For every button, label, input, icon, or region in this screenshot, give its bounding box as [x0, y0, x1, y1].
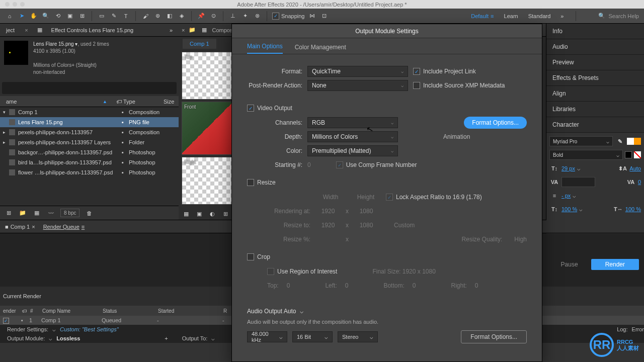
workspace-learn[interactable]: Learn — [504, 13, 518, 19]
workspace-standard[interactable]: Standard — [528, 13, 551, 19]
info-panel-header[interactable]: Info — [546, 24, 644, 39]
project-row[interactable]: ▸pexels-philippe-donn-1133957▪Compositio… — [0, 127, 179, 137]
project-row[interactable]: Lens Flare 15.png▪PNG file — [0, 117, 179, 127]
render-queue-tab[interactable]: Render Queue ≡ — [43, 224, 85, 230]
workspace-overflow-icon[interactable]: » — [560, 13, 564, 19]
post-render-dropdown[interactable]: None⌵ — [307, 80, 408, 91]
new-folder-icon[interactable]: 📁 — [18, 209, 27, 218]
resize-checkbox[interactable]: Resize — [247, 179, 276, 186]
project-row[interactable]: ▸pexels-philippe-donn-1133957 Layers▪Fol… — [0, 137, 179, 147]
font-family-dropdown[interactable]: Myriad Pro⌵ — [549, 136, 613, 146]
snap-edge-icon[interactable]: ⋈ — [308, 12, 317, 21]
audio-mode-dropdown-icon[interactable]: ⌵ — [300, 308, 303, 315]
font-size-value[interactable]: 29 px — [561, 165, 575, 171]
bpc-selector[interactable]: 8 bpc — [60, 209, 79, 217]
comp-icon: ▦ — [200, 26, 209, 35]
rect-tool-icon[interactable]: ▭ — [97, 12, 106, 21]
hscale-value[interactable]: 100 % — [625, 206, 641, 212]
world-axis-icon[interactable]: ✦ — [240, 12, 250, 21]
tracking-value[interactable]: 0 — [638, 179, 641, 185]
depth-dropdown[interactable]: Millions of Colors⌵ — [307, 131, 398, 142]
close-comp-icon[interactable]: × — [182, 27, 185, 33]
audio-panel-header[interactable]: Audio — [546, 39, 644, 55]
res-icon[interactable]: ▣ — [195, 209, 204, 218]
roto-tool-icon[interactable]: ◈ — [177, 12, 186, 21]
view-front[interactable]: Front — [182, 102, 232, 154]
vscale-value[interactable]: 100 % — [561, 206, 577, 212]
project-row[interactable]: ▾Comp 1▪Composition — [0, 107, 179, 117]
output-module-link[interactable]: Lossless — [56, 335, 80, 341]
mask-icon[interactable]: ◐ — [208, 209, 217, 218]
video-format-options-button[interactable]: Format Options... — [464, 117, 527, 129]
clip-name[interactable]: Lens Flare 15.png ▾ — [33, 41, 77, 47]
hscale-icon: T↔ — [613, 204, 623, 214]
audio-format-options-button[interactable]: Format Options... — [461, 330, 527, 343]
orbit-tool-icon[interactable]: ⟲ — [53, 12, 62, 21]
hand-tool-icon[interactable]: ✋ — [29, 12, 38, 21]
main-options-tab[interactable]: Main Options — [247, 43, 283, 54]
project-row[interactable]: flower …ls-philippe-donn-1133957.psd▪Pho… — [0, 167, 179, 177]
snapping-checkbox[interactable]: Snapping — [272, 13, 305, 20]
traffic-lights[interactable] — [5, 2, 25, 7]
project-row[interactable]: bird la…ls-philippe-donn-1133957.psd▪Pho… — [0, 157, 179, 167]
render-settings-link[interactable]: Custom: "Best Settings" — [60, 326, 119, 332]
effect-controls-tab[interactable]: Effect Controls Lens Flare 15.png — [48, 25, 137, 35]
view-axis-icon[interactable]: ⊗ — [253, 12, 262, 21]
workspace-default[interactable]: Default ≡ — [471, 13, 494, 19]
comp-name-tab[interactable]: Comp 1 — [183, 39, 216, 49]
bit-depth-dropdown[interactable]: 16 Bit⌵ — [292, 331, 333, 342]
eraser-tool-icon[interactable]: ◧ — [165, 12, 174, 21]
pen-tool-icon[interactable]: ✎ — [109, 12, 118, 21]
clone-tool-icon[interactable]: ⊛ — [153, 12, 162, 21]
effects-panel-header[interactable]: Effects & Presets — [546, 70, 644, 86]
format-dropdown[interactable]: QuickTime⌵ — [307, 66, 408, 77]
clip-colors: Millions of Colors+ (Straight) — [33, 62, 109, 69]
mag-icon[interactable]: ▦ — [182, 209, 191, 218]
home-icon[interactable]: ⌂ — [5, 12, 14, 21]
channels-dropdown[interactable]: RGB⌵ — [307, 117, 398, 128]
camera-tool-icon[interactable]: ▣ — [65, 12, 74, 21]
project-row[interactable]: backgor…-philippe-donn-1133957.psd▪Photo… — [0, 147, 179, 157]
character-panel-header[interactable]: Character — [546, 117, 644, 133]
eyedropper-icon[interactable]: ✎ — [615, 136, 625, 146]
new-comp-icon[interactable]: ▦ — [32, 209, 41, 218]
brush-tool-icon[interactable]: 🖌 — [141, 12, 150, 21]
close-tab-icon[interactable]: × — [22, 25, 31, 35]
video-output-checkbox[interactable]: Video Output — [247, 105, 292, 112]
color-management-tab[interactable]: Color Management — [295, 44, 346, 54]
color-dropdown[interactable]: Premultiplied (Matted)⌵ — [307, 145, 398, 156]
kerning-dropdown[interactable] — [561, 177, 595, 187]
pan-behind-icon[interactable]: ⊞ — [77, 12, 87, 21]
font-style-dropdown[interactable]: Bold⌵ — [549, 150, 623, 160]
text-tool-icon[interactable]: T — [121, 12, 130, 21]
view-top[interactable]: Top — [182, 52, 232, 100]
panel-overflow-icon[interactable]: » — [167, 25, 176, 35]
crop-checkbox[interactable]: Crop — [247, 253, 270, 260]
libraries-panel-header[interactable]: Libraries — [546, 102, 644, 117]
interpret-footage-icon[interactable]: ⊞ — [4, 209, 13, 218]
help-search[interactable]: 🔍 Search Help — [598, 13, 639, 19]
3d-icon[interactable]: ⊞ — [221, 209, 230, 218]
null-icon[interactable]: ⊙ — [209, 12, 218, 21]
stroke-value[interactable]: - px — [561, 193, 571, 199]
include-xmp-checkbox[interactable]: Include Source XMP Metadata — [413, 82, 505, 89]
compose-tab[interactable]: Compos — [212, 27, 232, 33]
trash-icon[interactable]: 🗑 — [85, 209, 94, 218]
snap-grid-icon[interactable]: ⊡ — [320, 12, 329, 21]
zoom-tool-icon[interactable]: 🔍 — [41, 12, 50, 21]
local-axis-icon[interactable]: ⊥ — [228, 12, 237, 21]
puppet-tool-icon[interactable]: 📌 — [197, 12, 206, 21]
auto-leading[interactable]: Auto — [629, 165, 641, 171]
adjust-icon[interactable]: 〰 — [46, 209, 55, 218]
add-output-icon[interactable]: + — [165, 335, 168, 341]
include-project-link-checkbox[interactable]: Include Project Link — [413, 68, 476, 75]
channels-audio-dropdown[interactable]: Stereo⌵ — [338, 331, 378, 342]
timeline-tab-comp1[interactable]: ■ Comp 1 × — [5, 224, 35, 230]
selection-tool-icon[interactable]: ➤ — [17, 12, 26, 21]
align-panel-header[interactable]: Align — [546, 86, 644, 102]
view-right[interactable]: Right — [182, 157, 232, 205]
sample-rate-dropdown[interactable]: 48.000 kHz⌵ — [247, 331, 287, 342]
preview-panel-header[interactable]: Preview — [546, 55, 644, 70]
project-search[interactable] — [2, 82, 177, 94]
project-tab[interactable]: ject — [3, 25, 18, 35]
